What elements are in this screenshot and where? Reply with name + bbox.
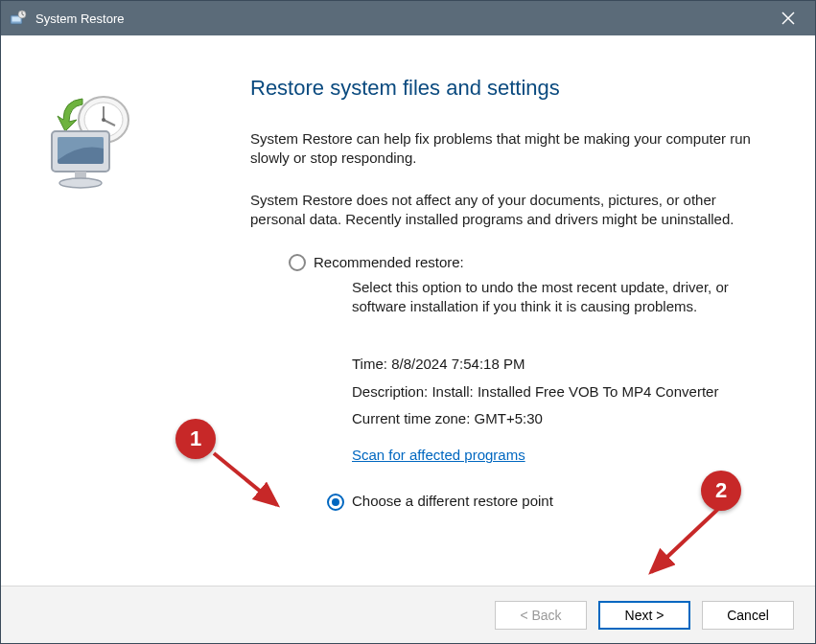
restore-graphic-icon: [35, 93, 140, 198]
radio-unchecked-icon: [289, 254, 306, 271]
radio-checked-icon: [327, 494, 344, 511]
content-area: Restore system files and settings System…: [174, 35, 815, 586]
intro-paragraph-1: System Restore can help fix problems tha…: [250, 129, 758, 169]
system-restore-window: System Restore: [0, 0, 816, 644]
intro-paragraph-2: System Restore does not affect any of yo…: [250, 191, 758, 230]
choose-different-restore-radio[interactable]: Choose a different restore point: [327, 492, 758, 511]
choose-different-restore-label: Choose a different restore point: [352, 492, 553, 511]
sidebar: [1, 35, 174, 586]
detail-description: Description: Install: Installed Free VOB…: [352, 382, 758, 402]
scan-affected-programs-link[interactable]: Scan for affected programs: [352, 446, 525, 465]
detail-time: Time: 8/8/2024 7:54:18 PM: [352, 355, 758, 374]
dialog-body: Restore system files and settings System…: [1, 35, 815, 586]
svg-point-9: [102, 118, 105, 122]
svg-rect-1: [12, 17, 21, 22]
back-button[interactable]: < Back: [495, 601, 587, 630]
close-icon: [781, 12, 795, 25]
restore-point-details: Time: 8/8/2024 7:54:18 PM Description: I…: [352, 355, 758, 428]
recommended-restore-label: Recommended restore:: [314, 253, 464, 272]
timezone-label: Current time zone:: [352, 410, 475, 426]
recommended-restore-description: Select this option to undo the most rece…: [352, 278, 758, 317]
recommended-restore-radio[interactable]: Recommended restore:: [289, 253, 758, 272]
footer: < Back Next > Cancel: [1, 586, 815, 643]
description-label: Description:: [352, 383, 431, 400]
detail-timezone: Current time zone: GMT+5:30: [352, 409, 758, 428]
window-title: System Restore: [35, 12, 769, 26]
close-button[interactable]: [769, 1, 807, 35]
time-label: Time:: [352, 356, 391, 372]
time-value: 8/8/2024 7:54:18 PM: [391, 356, 525, 372]
titlebar: System Restore: [1, 1, 815, 35]
description-value: Install: Installed Free VOB To MP4 Conve…: [431, 383, 718, 400]
svg-point-13: [59, 178, 102, 188]
timezone-value: GMT+5:30: [475, 410, 543, 426]
page-heading: Restore system files and settings: [250, 74, 758, 103]
app-icon: [9, 9, 28, 28]
cancel-button[interactable]: Cancel: [702, 601, 794, 630]
next-button[interactable]: Next >: [598, 601, 690, 630]
